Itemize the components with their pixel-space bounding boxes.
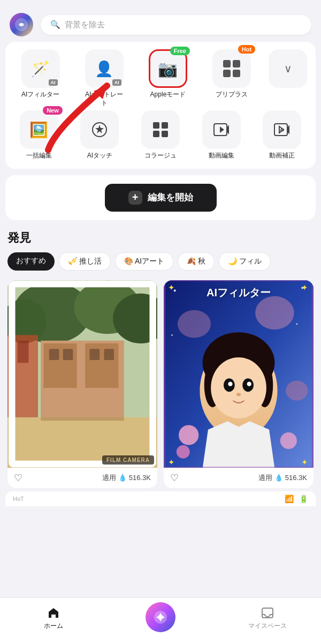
ai-touch-icon [90,121,109,139]
svg-marker-15 [288,125,289,134]
svg-rect-10 [162,131,168,137]
svg-text:✦: ✦ [168,458,175,467]
tool-priplus-icon-wrap: Hot [212,49,251,88]
tool-video-edit-icon-wrap [202,110,241,149]
svg-rect-9 [153,131,159,137]
nav-center[interactable] [107,602,214,634]
tools-row-1: 🪄 AI AIフィルター 👤 AI AIポートレート 📷 Free Appleモ… [9,49,312,107]
tool-video-fix[interactable]: AI 動画補正 [255,110,309,160]
ai-portrait-icon: 👤 [95,60,113,78]
category-autumn[interactable]: 🍂 秋 [178,252,215,271]
category-filter[interactable]: 🌙 フィル [219,252,271,271]
tool-ai-portrait[interactable]: 👤 AI AIポートレート [78,49,131,107]
tool-ai-portrait-label: AIポートレート [85,91,123,107]
cards-row: FILM CAMERA ♡ 適用 💧 516.3K [7,280,314,488]
wifi-icon: 📶 [285,495,294,503]
expand-button[interactable]: ∨ [269,49,307,88]
tool-collage[interactable]: コラージュ [134,110,187,160]
apple-mode-icon: 📷 [158,59,178,78]
tool-video-fix-icon-wrap: AI [263,110,301,149]
svg-rect-4 [223,70,231,77]
center-camera-button[interactable] [146,602,175,632]
priplus-icon [222,59,241,78]
svg-point-44 [286,380,308,400]
svg-point-42 [255,296,294,330]
card-ai-filter[interactable]: ✦ ✦ ✦ ✦ AIフィルター ♡ 適用 💧 516.3K [164,280,314,488]
nav-myspace[interactable]: マイスペース [214,606,321,631]
svg-point-53 [228,381,232,386]
video-edit-icon [212,121,231,139]
category-ai-art[interactable]: 🎨 AIアート [115,252,173,271]
tool-video-fix-label: 動画補正 [269,152,295,160]
card-film-image: FILM CAMERA [7,280,157,468]
bottom-nav: ホーム マイスペース [0,597,321,644]
tool-apple-mode-icon-wrap: 📷 Free [149,49,187,88]
discover-title: 発見 [7,230,314,246]
tools-section: 🪄 AI AIフィルター 👤 AI AIポートレート 📷 Free Appleモ… [5,42,316,169]
card-film-camera[interactable]: FILM CAMERA ♡ 適用 💧 516.3K [7,280,157,488]
app-logo[interactable] [10,13,33,36]
tool-priplus[interactable]: Hot プリプラス [205,49,258,99]
tool-batch-edit-label: 一括編集 [26,152,52,160]
inbox-icon [261,606,274,620]
discover-section: 発見 おすすめ 🎺 推し活 🎨 AIアート 🍂 秋 🌙 フィル [0,230,321,488]
svg-marker-13 [220,126,224,133]
svg-point-55 [236,393,241,396]
collage-icon [151,121,170,139]
search-placeholder-text: 背景を除去 [65,20,105,30]
edit-start-section: + 編集を開始 [5,175,316,220]
nav-home-label: ホーム [44,621,63,631]
camera-plus-icon [153,610,168,625]
svg-rect-2 [223,60,231,68]
search-bar[interactable]: 🔍 背景を除去 [41,15,311,35]
heart-icon-2[interactable]: ♡ [170,472,179,484]
heart-icon[interactable]: ♡ [14,472,22,484]
nav-myspace-label: マイスペース [248,621,287,631]
header: 🔍 背景を除去 [0,5,321,42]
apply-label-2: 適用 [258,473,272,483]
card-ai-footer: ♡ 適用 💧 516.3K [164,468,314,488]
tool-ai-filter-label: AIフィルター [21,91,59,99]
nav-home[interactable]: ホーム [0,606,107,631]
tool-batch-edit-icon-wrap: 🖼️ New [20,110,58,149]
battery-icon: 🔋 [299,495,308,503]
svg-rect-8 [162,122,168,129]
tool-ai-portrait-icon-wrap: 👤 AI [85,49,124,88]
edit-start-button[interactable]: + 編集を開始 [105,184,217,212]
tool-ai-touch-icon-wrap [80,110,119,149]
tool-ai-filter[interactable]: 🪄 AI AIフィルター [14,49,67,99]
tool-collage-icon-wrap [141,110,180,149]
svg-point-54 [247,381,251,386]
category-oshi[interactable]: 🎺 推し活 [59,252,111,271]
droplet-icon: 💧 [118,474,127,482]
hot-label: HoT [13,496,24,502]
tools-row-2: 🖼️ New 一括編集 AIタッチ [9,110,312,160]
home-icon [47,606,60,620]
svg-point-57 [280,432,297,449]
tool-apple-mode-label: Appleモード [150,91,186,99]
search-icon: 🔍 [50,20,60,29]
category-recommend[interactable]: おすすめ [7,252,55,271]
plus-icon: + [128,191,142,205]
svg-text:AI: AI [280,128,284,132]
tool-ai-filter-icon-wrap: 🪄 AI [21,49,60,88]
tool-video-edit[interactable]: 動画編集 [195,110,248,160]
tool-expand[interactable]: ∨ [269,49,307,88]
svg-text:✦: ✦ [301,458,308,467]
svg-rect-7 [153,122,159,129]
apply-row: 適用 💧 516.3K [102,473,151,483]
svg-rect-3 [233,60,240,68]
batch-edit-icon: 🖼️ [29,121,48,139]
apply-count: 516.3K [129,474,151,482]
svg-point-1 [20,23,23,26]
svg-rect-35 [7,280,157,468]
ai-filter-banner: AIフィルター [164,286,314,300]
category-row: おすすめ 🎺 推し活 🎨 AIアート 🍂 秋 🌙 フィル [7,252,314,273]
tool-ai-touch[interactable]: AIタッチ [73,110,126,160]
tool-batch-edit[interactable]: 🖼️ New 一括編集 [12,110,66,160]
ai-filter-icon: 🪄 [31,60,50,78]
tool-priplus-label: プリプラス [216,91,248,99]
edit-start-label: 編集を開始 [148,191,193,204]
tool-apple-mode[interactable]: 📷 Free Appleモード [141,49,195,99]
card-film-footer: ♡ 適用 💧 516.3K [7,468,157,488]
